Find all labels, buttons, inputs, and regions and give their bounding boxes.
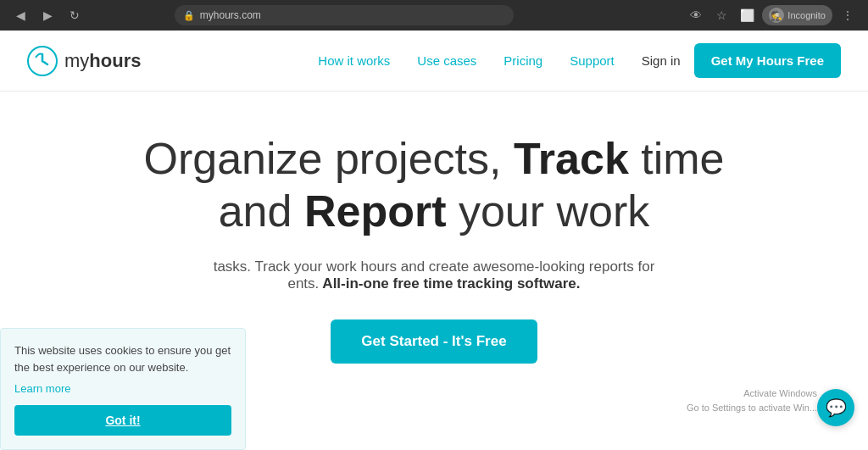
nav-links: How it works Use cases Pricing Support	[318, 53, 614, 68]
window-icon[interactable]: ⬜	[737, 5, 757, 25]
nav-use-cases[interactable]: Use cases	[417, 53, 476, 68]
headline-phrase-time: time	[629, 134, 725, 183]
browser-chrome: ◀ ▶ ↻ 🔒 myhours.com 👁 ☆ ⬜ 🕵 Incognito ⋮	[0, 0, 868, 31]
incognito-badge: 🕵 Incognito	[762, 5, 832, 25]
subtext-bold: All-in-one free time tracking software.	[319, 275, 580, 292]
windows-activation-line1: Activate Windows	[687, 386, 817, 402]
hero-section: Organize projects, Track time and Report…	[0, 92, 868, 364]
navbar: myhours How it works Use cases Pricing S…	[0, 31, 868, 92]
nav-pricing[interactable]: Pricing	[504, 53, 542, 68]
got-it-button[interactable]: Got it!	[14, 405, 231, 436]
headline-phrase-and: and	[219, 186, 304, 236]
windows-activation: Activate Windows Go to Settings to activ…	[687, 386, 817, 416]
url-text: myhours.com	[200, 9, 261, 21]
star-icon[interactable]: ☆	[711, 5, 732, 25]
cookie-text: This website uses cookies to ensure you …	[14, 342, 231, 375]
nav-how-it-works[interactable]: How it works	[318, 53, 390, 68]
logo[interactable]: myhours	[27, 46, 141, 76]
headline-word-track: Track	[514, 134, 629, 183]
eye-off-icon[interactable]: 👁	[686, 5, 706, 25]
hero-subtext: tasks. Track your work hours and create …	[137, 258, 731, 292]
windows-activation-line2: Go to Settings to activate Win...	[687, 401, 817, 416]
reload-button[interactable]: ↻	[64, 5, 85, 25]
get-my-hours-free-button[interactable]: Get My Hours Free	[694, 43, 841, 78]
lock-icon: 🔒	[183, 10, 195, 21]
headline-phrase-your-work: your work	[446, 186, 649, 236]
sign-in-link[interactable]: Sign in	[642, 53, 681, 68]
get-started-button[interactable]: Get Started - It's Free	[331, 319, 537, 364]
subtext-partial2: ents.	[287, 275, 319, 292]
back-button[interactable]: ◀	[10, 5, 31, 25]
cookie-banner: This website uses cookies to ensure you …	[0, 328, 246, 450]
hero-headline: Organize projects, Track time and Report…	[27, 132, 841, 238]
headline-word-organize: Organize	[144, 134, 323, 183]
logo-text: myhours	[64, 50, 141, 72]
chat-button[interactable]: 💬	[817, 389, 854, 426]
browser-right-icons: 👁 ☆ ⬜ 🕵 Incognito ⋮	[686, 5, 858, 25]
address-bar[interactable]: 🔒 myhours.com	[175, 5, 514, 25]
chat-icon: 💬	[826, 397, 847, 418]
menu-icon[interactable]: ⋮	[837, 5, 858, 25]
headline-word-report: Report	[304, 186, 447, 236]
learn-more-link[interactable]: Learn more	[14, 382, 231, 395]
headline-phrase-projects: projects,	[323, 134, 514, 183]
forward-button[interactable]: ▶	[37, 5, 58, 25]
incognito-label: Incognito	[787, 10, 826, 20]
subtext-partial1: tasks. Track your work hours and create …	[214, 258, 655, 275]
incognito-avatar: 🕵	[769, 8, 784, 23]
logo-icon	[27, 46, 58, 76]
nav-support[interactable]: Support	[570, 53, 615, 68]
